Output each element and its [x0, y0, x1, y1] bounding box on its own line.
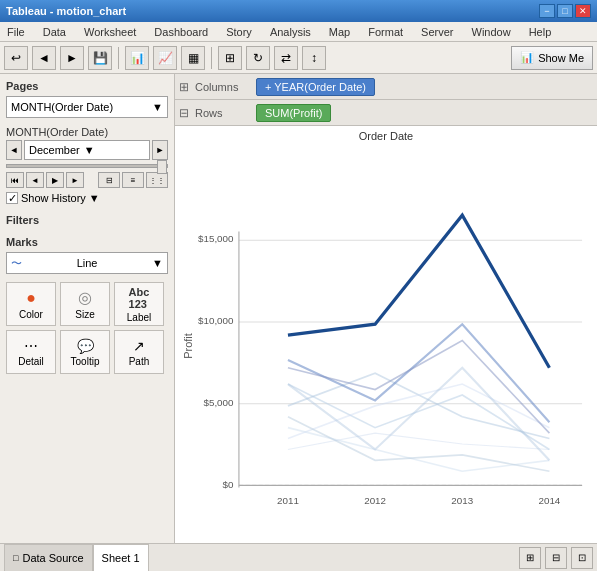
detail-icon: ⋯ — [24, 338, 38, 354]
menu-item-dashboard[interactable]: Dashboard — [151, 25, 211, 39]
menu-item-file[interactable]: File — [4, 25, 28, 39]
trail-line-1 — [288, 384, 549, 449]
size-icon: ◎ — [78, 288, 92, 307]
menu-bar: FileDataWorksheetDashboardStoryAnalysisM… — [0, 22, 597, 42]
filters-section: Filters — [6, 214, 168, 226]
tooltip-label: Tooltip — [71, 356, 100, 367]
minimize-button[interactable]: − — [539, 4, 555, 18]
month-value: December — [29, 144, 80, 156]
rows-shelf-icon: ⊟ — [179, 106, 189, 120]
marks-type-value: Line — [77, 257, 98, 269]
data-source-checkbox: □ — [13, 553, 18, 563]
columns-shelf: ⊞ Columns + YEAR(Order Date) — [175, 74, 597, 100]
menu-item-story[interactable]: Story — [223, 25, 255, 39]
marks-detail-item[interactable]: ⋯ Detail — [6, 330, 56, 374]
play-to-start-btn[interactable]: ⏮ — [6, 172, 24, 188]
menu-item-map[interactable]: Map — [326, 25, 353, 39]
toolbar-btn-forward[interactable]: ► — [60, 46, 84, 70]
rows-pill[interactable]: SUM(Profit) — [256, 104, 331, 122]
x-tick-2014: 2014 — [539, 495, 561, 506]
toolbar-btn-swap[interactable]: ⇄ — [274, 46, 298, 70]
pages-section-title: Pages — [6, 80, 168, 92]
slider-thumb[interactable] — [157, 160, 167, 174]
show-history-tiles-btn[interactable]: ⊟ — [98, 172, 120, 188]
sheet1-tab[interactable]: Sheet 1 — [93, 544, 149, 572]
toolbar-btn-chart1[interactable]: 📊 — [125, 46, 149, 70]
toolbar-btn-refresh[interactable]: ↻ — [246, 46, 270, 70]
menu-item-server[interactable]: Server — [418, 25, 456, 39]
menu-item-help[interactable]: Help — [526, 25, 555, 39]
show-me-button[interactable]: 📊 Show Me — [511, 46, 593, 70]
toolbar-btn-chart3[interactable]: ▦ — [181, 46, 205, 70]
data-source-tab[interactable]: □ Data Source — [4, 544, 93, 572]
marks-type-arrow: ▼ — [152, 257, 163, 269]
size-label: Size — [75, 309, 94, 320]
columns-pill[interactable]: + YEAR(Order Date) — [256, 78, 375, 96]
marks-label-item[interactable]: Abc123 Label — [114, 282, 164, 326]
left-panel: Pages MONTH(Order Date) ▼ MONTH(Order Da… — [0, 74, 175, 543]
marks-path-item[interactable]: ↗ Path — [114, 330, 164, 374]
marks-section: Marks 〜 Line ▼ ● Color ◎ Size Abc123 Lab… — [6, 236, 168, 374]
y-tick-5000: $5,000 — [204, 397, 235, 408]
show-history-label: Show History — [21, 192, 86, 204]
color-label: Color — [19, 309, 43, 320]
columns-pill-value: + YEAR(Order Date) — [265, 81, 366, 93]
month-control: ◄ December ▼ ► — [6, 140, 168, 160]
menu-item-analysis[interactable]: Analysis — [267, 25, 314, 39]
close-button[interactable]: ✕ — [575, 4, 591, 18]
toolbar-btn-chart2[interactable]: 📈 — [153, 46, 177, 70]
show-history-dropdown-arrow[interactable]: ▼ — [89, 192, 100, 204]
chart-svg: Profit $0 $5,000 $10,000 $15,000 2011 20… — [179, 144, 593, 537]
month-prev-btn[interactable]: ◄ — [6, 140, 22, 160]
marks-size-item[interactable]: ◎ Size — [60, 282, 110, 326]
month-dropdown[interactable]: December ▼ — [24, 140, 150, 160]
menu-item-worksheet[interactable]: Worksheet — [81, 25, 139, 39]
status-btn-2[interactable]: ⊟ — [545, 547, 567, 569]
play-next-btn[interactable]: ► — [66, 172, 84, 188]
status-btn-1[interactable]: ⊞ — [519, 547, 541, 569]
status-bar: □ Data Source Sheet 1 ⊞ ⊟ ⊡ — [0, 543, 597, 571]
toolbar-sep-2 — [211, 47, 212, 69]
month-arrow: ▼ — [84, 144, 95, 156]
toolbar-sep-1 — [118, 47, 119, 69]
menu-item-format[interactable]: Format — [365, 25, 406, 39]
menu-item-data[interactable]: Data — [40, 25, 69, 39]
play-prev-btn[interactable]: ◄ — [26, 172, 44, 188]
title-bar-text: Tableau - motion_chart — [6, 5, 126, 17]
toolbar-btn-filter[interactable]: ⊞ — [218, 46, 242, 70]
right-content: ⊞ Columns + YEAR(Order Date) ⊟ Rows SUM(… — [175, 74, 597, 543]
show-history-checkbox[interactable]: ✓ — [6, 192, 18, 204]
pages-dropdown[interactable]: MONTH(Order Date) ▼ — [6, 96, 168, 118]
trail-line-2 — [288, 373, 549, 438]
show-history-lines-btn[interactable]: ≡ — [122, 172, 144, 188]
toolbar-btn-back[interactable]: ◄ — [32, 46, 56, 70]
marks-title: Marks — [6, 236, 168, 248]
marks-type-dropdown[interactable]: 〜 Line ▼ — [6, 252, 168, 274]
filters-title: Filters — [6, 214, 168, 226]
y-tick-15000: $15,000 — [198, 233, 234, 244]
status-btn-3[interactable]: ⊡ — [571, 547, 593, 569]
marks-color-item[interactable]: ● Color — [6, 282, 56, 326]
toolbar: ↩ ◄ ► 💾 📊 📈 ▦ ⊞ ↻ ⇄ ↕ 📊 Show Me — [0, 42, 597, 74]
chart-svg-container: Profit $0 $5,000 $10,000 $15,000 2011 20… — [179, 144, 593, 537]
color-icon: ● — [26, 289, 36, 307]
main-layout: Pages MONTH(Order Date) ▼ MONTH(Order Da… — [0, 74, 597, 543]
toolbar-btn-undo[interactable]: ↩ — [4, 46, 28, 70]
path-label: Path — [129, 356, 150, 367]
show-history-control[interactable]: ✓ Show History ▼ — [6, 192, 168, 204]
slider-track[interactable] — [6, 164, 168, 168]
play-btn[interactable]: ▶ — [46, 172, 64, 188]
detail-label: Detail — [18, 356, 44, 367]
title-bar-buttons: − □ ✕ — [539, 4, 591, 18]
y-axis-label: Profit — [182, 333, 194, 358]
menu-item-window[interactable]: Window — [469, 25, 514, 39]
chart-area: Order Date Profit $0 $5,000 $10,000 $15,… — [175, 126, 597, 543]
playback-controls: ⏮ ◄ ▶ ► ⊟ ≡ ⋮⋮ — [6, 172, 168, 188]
toolbar-btn-save[interactable]: 💾 — [88, 46, 112, 70]
marks-tooltip-item[interactable]: 💬 Tooltip — [60, 330, 110, 374]
toolbar-btn-sort[interactable]: ↕ — [302, 46, 326, 70]
sheet1-label: Sheet 1 — [102, 552, 140, 564]
month-next-btn[interactable]: ► — [152, 140, 168, 160]
show-history-marks-btn[interactable]: ⋮⋮ — [146, 172, 168, 188]
maximize-button[interactable]: □ — [557, 4, 573, 18]
